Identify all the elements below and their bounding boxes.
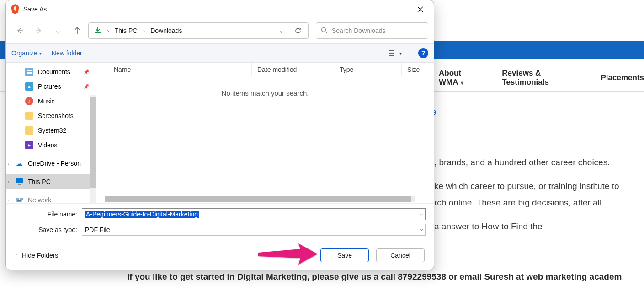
col-name[interactable]: Name bbox=[96, 63, 252, 76]
chevron-down-icon: ▾ bbox=[461, 80, 463, 86]
col-type[interactable]: Type bbox=[334, 63, 402, 76]
tree-music[interactable]: ♪Music bbox=[6, 94, 96, 108]
nav-item-reviews[interactable]: Reviews & Testimonials bbox=[502, 69, 583, 87]
chevron-right-icon: › bbox=[106, 27, 110, 34]
save-as-dialog: Save As ⌵ › This PC › Downloads ⌵ Search… bbox=[5, 0, 434, 270]
svg-rect-2 bbox=[18, 184, 21, 185]
pin-icon: 📌 bbox=[83, 69, 90, 75]
chevron-down-icon: ▾ bbox=[399, 51, 402, 56]
new-folder-button[interactable]: New folder bbox=[52, 49, 82, 57]
network-icon bbox=[15, 196, 23, 203]
arrow-up-icon bbox=[73, 27, 81, 35]
dialog-body: Documents📌 Pictures📌 ♪Music Screenshots … bbox=[6, 63, 434, 203]
arrow-right-icon bbox=[35, 27, 43, 35]
nav-item-about[interactable]: About WMA▾ bbox=[439, 69, 484, 87]
svg-rect-4 bbox=[20, 198, 23, 200]
cloud-icon: ☁ bbox=[15, 159, 23, 167]
documents-icon bbox=[25, 68, 33, 76]
article-text-1: , brands, and a hundred other career cho… bbox=[434, 156, 644, 169]
tree-system32[interactable]: System32 bbox=[6, 123, 96, 138]
svg-rect-3 bbox=[16, 198, 19, 200]
empty-message: No items match your search. bbox=[96, 76, 434, 97]
dialog-footer: ⌃ Hide Folders Save Cancel bbox=[6, 241, 434, 270]
breadcrumb-downloads[interactable]: Downloads bbox=[148, 25, 185, 36]
column-headers: Name Date modified Type Size bbox=[96, 63, 434, 76]
videos-icon bbox=[25, 141, 33, 149]
tree-onedrive[interactable]: ›☁OneDrive - Person bbox=[6, 156, 96, 171]
tree-screenshots[interactable]: Screenshots bbox=[6, 108, 96, 123]
tree-videos[interactable]: Videos bbox=[6, 138, 96, 152]
recent-dropdown[interactable]: ⌵ bbox=[50, 22, 66, 39]
search-placeholder: Search Downloads bbox=[332, 27, 386, 34]
forward-button[interactable] bbox=[31, 22, 47, 39]
breadcrumb-thispc[interactable]: This PC bbox=[112, 25, 140, 36]
filetype-select[interactable]: PDF File ⌵ bbox=[82, 224, 426, 236]
brave-icon bbox=[11, 4, 20, 14]
file-list-pane: Name Date modified Type Size No items ma… bbox=[96, 63, 434, 203]
svg-rect-1 bbox=[16, 178, 23, 183]
pin-icon: 📌 bbox=[83, 84, 90, 90]
arrow-left-icon bbox=[16, 27, 24, 35]
article-text-2a: ke which career to pursue, or training i… bbox=[434, 179, 644, 193]
svg-point-0 bbox=[322, 27, 326, 32]
tree-pictures[interactable]: Pictures📌 bbox=[6, 79, 96, 94]
dialog-title: Save As bbox=[23, 5, 410, 13]
filetype-value: PDF File bbox=[85, 226, 110, 233]
tree-network[interactable]: ›Network bbox=[6, 193, 96, 203]
help-icon: ? bbox=[421, 49, 426, 57]
article-text-3: a answer to How to Find the bbox=[434, 220, 644, 233]
tree-thispc[interactable]: ›This PC bbox=[6, 174, 96, 189]
close-icon bbox=[417, 6, 423, 12]
titlebar: Save As bbox=[6, 0, 434, 18]
chevron-down-icon: ▾ bbox=[39, 51, 42, 56]
refresh-icon bbox=[294, 27, 302, 34]
nav-item-placements[interactable]: Placements bbox=[601, 73, 644, 82]
up-button[interactable] bbox=[69, 22, 85, 39]
refresh-button[interactable] bbox=[291, 23, 305, 38]
filetype-label: Save as type: bbox=[14, 226, 82, 233]
address-bar[interactable]: › This PC › Downloads ⌵ bbox=[88, 22, 309, 39]
tree-documents[interactable]: Documents📌 bbox=[6, 65, 96, 79]
chevron-down-icon[interactable]: ⌵ bbox=[420, 226, 423, 232]
save-button[interactable]: Save bbox=[320, 248, 369, 262]
pc-icon bbox=[15, 178, 23, 186]
filename-value: A-Beginners-Guide-to-Digital-Marketing bbox=[85, 211, 199, 218]
sidebar-scroll-thumb[interactable] bbox=[90, 97, 96, 188]
filename-label: File name: bbox=[14, 211, 82, 218]
search-icon bbox=[321, 27, 327, 35]
col-date[interactable]: Date modified bbox=[252, 63, 334, 76]
list-icon bbox=[389, 50, 397, 56]
help-button[interactable]: ? bbox=[418, 48, 428, 58]
filename-input[interactable]: A-Beginners-Guide-to-Digital-Marketing ⌵ bbox=[82, 208, 426, 220]
downloads-icon bbox=[91, 26, 104, 35]
folder-icon bbox=[25, 112, 33, 120]
address-dropdown[interactable]: ⌵ bbox=[274, 23, 289, 38]
music-icon: ♪ bbox=[25, 97, 33, 105]
article-cta: If you like to get started in Digital Ma… bbox=[127, 272, 644, 282]
cancel-button[interactable]: Cancel bbox=[376, 248, 425, 262]
chevron-right-icon: › bbox=[8, 179, 9, 184]
view-menu[interactable]: ▾ bbox=[387, 47, 403, 59]
col-size[interactable]: Size bbox=[402, 63, 429, 76]
back-button[interactable] bbox=[11, 22, 28, 39]
article-text-2b: rch online. These are big decisions, aft… bbox=[434, 196, 644, 209]
organize-menu[interactable]: Organize ▾ bbox=[11, 49, 42, 57]
pictures-icon bbox=[25, 82, 33, 91]
chevron-right-icon: › bbox=[8, 198, 9, 203]
toolbar: Organize ▾ New folder ▾ ? bbox=[6, 43, 434, 63]
search-box[interactable]: Search Downloads bbox=[316, 22, 428, 39]
folder-icon bbox=[25, 126, 33, 135]
chevron-down-icon[interactable]: ⌵ bbox=[420, 211, 423, 216]
folder-tree: Documents📌 Pictures📌 ♪Music Screenshots … bbox=[6, 63, 96, 203]
close-button[interactable] bbox=[410, 2, 430, 16]
chevron-right-icon: › bbox=[8, 161, 9, 166]
hide-folders-toggle[interactable]: ⌃ Hide Folders bbox=[15, 252, 58, 259]
horizontal-scroll-thumb[interactable] bbox=[105, 196, 411, 202]
save-fields: File name: A-Beginners-Guide-to-Digital-… bbox=[6, 203, 434, 241]
chevron-up-icon: ⌃ bbox=[15, 253, 19, 259]
nav-row: ⌵ › This PC › Downloads ⌵ Search Downloa… bbox=[6, 18, 434, 43]
chevron-right-icon: › bbox=[142, 27, 146, 34]
